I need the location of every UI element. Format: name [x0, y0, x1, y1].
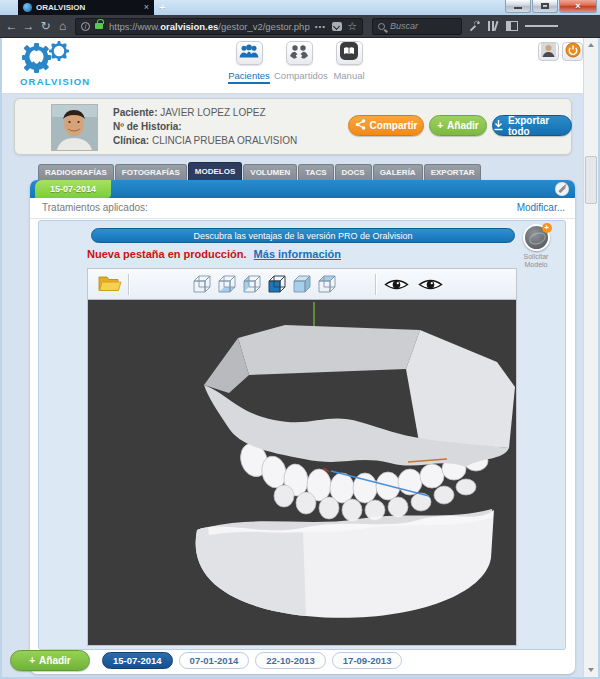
vertical-scrollbar[interactable]: [583, 38, 598, 677]
main-navigation: Pacientes Compartidos: [224, 41, 374, 84]
view-cube-bottom-icon[interactable]: [214, 273, 238, 296]
search-input[interactable]: Buscar: [372, 18, 462, 35]
session-date-chip[interactable]: 15-07-2014: [35, 180, 111, 198]
manual-book-icon: [339, 41, 359, 65]
new-tab-button[interactable]: +: [159, 0, 165, 14]
session-date-list: 15-07-2014 07-01-2014 22-10-2013 17-09-2…: [102, 652, 402, 669]
info-icon[interactable]: i: [81, 22, 90, 31]
pencil-icon: [558, 185, 565, 192]
site-favicon: [23, 3, 32, 12]
close-window-button[interactable]: ×: [559, 0, 597, 13]
tab-title: ORALVISION: [36, 3, 140, 12]
model-3d-canvas[interactable]: [88, 300, 516, 645]
bookmark-star-icon[interactable]: ☆: [347, 21, 357, 32]
tab-volumen[interactable]: VOLUMEN: [243, 164, 297, 180]
page-actions-icon[interactable]: •••: [315, 22, 326, 31]
open-folder-icon[interactable]: [98, 274, 122, 297]
session-panel: 15-07-2014 Tratamientos aplicados: Modif…: [30, 180, 575, 674]
tab-modelos[interactable]: MODELOS: [188, 162, 242, 180]
date-pill-2[interactable]: 07-01-2014: [179, 652, 250, 669]
edit-session-button[interactable]: [555, 182, 569, 196]
view-cube-solid-icon[interactable]: [289, 273, 313, 296]
share-button-label: Compartir: [370, 120, 418, 131]
search-icon: [378, 23, 385, 30]
home-icon[interactable]: ⌂: [55, 19, 70, 33]
treatments-label: Tratamientos aplicados:: [42, 202, 148, 213]
date-pill-4[interactable]: 17-09-2013: [332, 652, 403, 669]
nav-item-pacientes[interactable]: Pacientes: [224, 41, 274, 84]
view-cube-wireframe-icon[interactable]: [189, 273, 213, 296]
tab-radiografias[interactable]: RADIOGRAFÍAS: [38, 164, 114, 180]
nav-label-compartidos[interactable]: Compartidos: [274, 70, 328, 82]
patient-history-label: Nº de Historia:: [113, 121, 182, 132]
nav-item-compartidos[interactable]: Compartidos: [274, 41, 324, 84]
nav-label-manual[interactable]: Manual: [333, 70, 364, 82]
patient-photo: [51, 104, 98, 151]
tab-fotografias[interactable]: FOTOGRAFÍAS: [115, 164, 187, 180]
show-mandibular-eye-icon[interactable]: [418, 277, 443, 296]
plus-icon: +: [29, 655, 35, 666]
show-maxillary-eye-icon[interactable]: [384, 277, 409, 296]
toolbar-separator: [128, 274, 129, 295]
forward-icon[interactable]: →: [21, 19, 36, 33]
nav-item-manual[interactable]: Manual: [324, 41, 374, 84]
url-prefix: https://www.: [109, 21, 160, 32]
date-pill-3[interactable]: 22-10-2013: [255, 652, 326, 669]
treatments-row: Tratamientos aplicados: Modificar...: [30, 198, 575, 219]
plus-icon: +: [437, 120, 443, 131]
sidebar-icon[interactable]: [506, 21, 518, 31]
user-avatar-icon: [541, 43, 556, 61]
scroll-down-arrow[interactable]: [584, 663, 598, 677]
maximize-button[interactable]: [532, 0, 558, 13]
export-button-label: Exportar todo: [508, 115, 571, 137]
url-text[interactable]: https://www.oralvision.es/gestor_v2/gest…: [109, 21, 312, 32]
session-header-bar: 15-07-2014: [30, 180, 575, 198]
library-icon[interactable]: [488, 21, 499, 31]
user-account-button[interactable]: [538, 42, 559, 61]
scroll-up-arrow[interactable]: [584, 38, 598, 52]
tools-wrench-icon[interactable]: [469, 20, 481, 32]
add-session-button[interactable]: + Añadir: [10, 650, 90, 671]
view-cube-front-icon[interactable]: [264, 273, 288, 296]
tab-close-icon[interactable]: ×: [140, 3, 149, 12]
scrollbar-thumb[interactable]: [585, 156, 597, 204]
oralvision-logo[interactable]: ORALVISION: [14, 40, 124, 96]
logout-power-button[interactable]: [562, 42, 583, 61]
view-cube-top-icon[interactable]: [314, 273, 338, 296]
export-all-button[interactable]: Exportar todo: [492, 115, 572, 136]
maximize-icon: [541, 3, 549, 9]
tab-exportar[interactable]: EXPORTAR: [424, 164, 482, 180]
modify-link[interactable]: Modificar...: [517, 202, 565, 213]
patient-clinic-label: Clínica:: [113, 135, 149, 146]
reload-icon[interactable]: ↻: [38, 19, 53, 33]
url-domain: oralvision.es: [160, 21, 218, 32]
gear-tooth-icon: [22, 41, 69, 73]
tab-tacs[interactable]: TACS: [298, 164, 333, 180]
page-content: ORALVISION Pacientes: [0, 38, 600, 679]
production-notice: Nueva pestaña en producción. Más informa…: [87, 248, 341, 260]
view-cube-left-icon[interactable]: [239, 273, 263, 296]
patient-name-label: Paciente:: [113, 107, 157, 118]
tab-docs[interactable]: DOCS: [335, 164, 372, 180]
share-icon: [355, 119, 366, 132]
back-icon[interactable]: ←: [4, 19, 19, 33]
model-sphere-icon[interactable]: +: [523, 224, 550, 251]
more-info-link[interactable]: Más información: [254, 248, 341, 260]
date-pill-1[interactable]: 15-07-2014: [102, 652, 173, 669]
pocket-icon[interactable]: [332, 22, 342, 31]
notice-text: Nueva pestaña en producción.: [87, 248, 247, 260]
tab-galeria[interactable]: GALERÍA: [373, 164, 423, 180]
add-button[interactable]: + Añadir: [429, 115, 487, 136]
view-cube-buttons: [189, 273, 338, 296]
download-icon: [493, 119, 504, 133]
share-button[interactable]: Compartir: [348, 115, 424, 136]
site-header: ORALVISION Pacientes: [2, 38, 583, 94]
add-button-label: Añadir: [447, 120, 479, 131]
menu-icon[interactable]: [525, 24, 558, 29]
minimize-button[interactable]: [505, 0, 531, 13]
browser-tab[interactable]: ORALVISION ×: [18, 0, 154, 15]
request-model-widget[interactable]: + Solicitar Modelo: [513, 224, 559, 269]
pro-banner[interactable]: Descubra las ventajas de la versión PRO …: [91, 228, 515, 243]
nav-label-pacientes[interactable]: Pacientes: [228, 70, 270, 84]
url-bar[interactable]: i https://www.oralvision.es/gestor_v2/ge…: [75, 18, 363, 35]
